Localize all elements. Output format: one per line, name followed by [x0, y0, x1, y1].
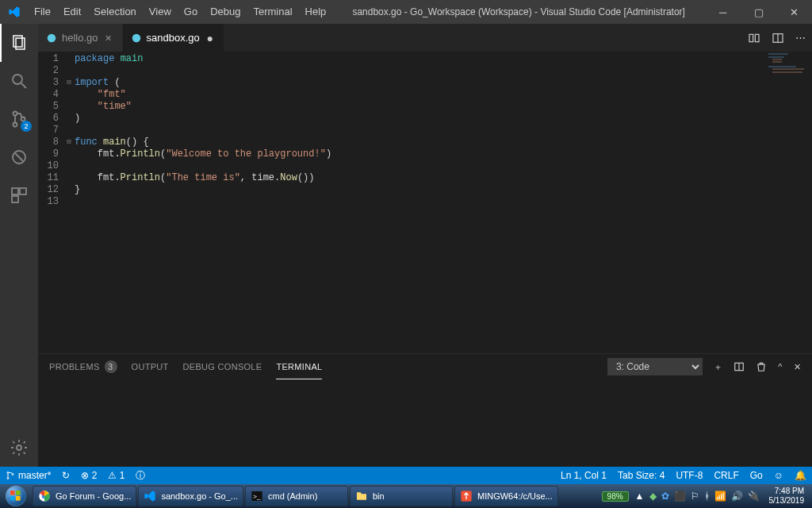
tab-dirty-icon[interactable]: ●	[205, 33, 216, 44]
menu-file[interactable]: File	[28, 0, 57, 24]
more-actions-icon[interactable]: ⋯	[795, 32, 806, 44]
editor-tab[interactable]: hello.go×	[38, 24, 123, 52]
search-icon[interactable]	[0, 62, 38, 100]
code-line[interactable]: "fmt"	[75, 89, 812, 101]
tray-icons[interactable]: ▲ ◆ ✿ ⬛ ⚐ ᚼ 📶 🔊 🔌	[635, 491, 760, 502]
tray-icon[interactable]: ▲	[635, 491, 645, 502]
scm-badge: 2	[21, 121, 32, 132]
encoding[interactable]: UTF-8	[670, 467, 708, 484]
menu-help[interactable]: Help	[299, 0, 333, 24]
debug-icon[interactable]	[0, 138, 38, 176]
taskbar-clock[interactable]: 7:48 PM 5/13/2019	[766, 487, 808, 506]
taskbar-app[interactable]: sandbox.go - Go_...	[138, 486, 243, 506]
code-line[interactable]: import (	[75, 77, 812, 89]
settings-gear-icon[interactable]	[0, 429, 38, 467]
svg-rect-15	[749, 34, 753, 41]
code-line[interactable]: fmt.Println("The time is", time.Now())	[75, 172, 812, 184]
eol[interactable]: CRLF	[708, 467, 744, 484]
battery-indicator[interactable]: 98%	[602, 491, 629, 502]
code-line[interactable]: func main() {	[75, 137, 812, 148]
terminal-selector[interactable]: 3: Code	[607, 358, 703, 375]
tab-close-icon[interactable]: ×	[103, 33, 114, 44]
split-editor-icon[interactable]	[772, 32, 784, 44]
errors-count[interactable]: ⊗ 2	[75, 467, 102, 484]
svg-line-3	[21, 83, 26, 88]
feedback-icon[interactable]: ☺	[768, 467, 789, 484]
volume-icon[interactable]: 🔊	[731, 491, 743, 502]
svg-rect-11	[12, 196, 18, 202]
minimize-button[interactable]: ─	[705, 0, 741, 24]
taskbar-app[interactable]: MINGW64:/c/Use...	[454, 486, 558, 506]
info-icon[interactable]: ⓘ	[130, 467, 151, 484]
maximize-button[interactable]: ▢	[741, 0, 776, 24]
sync-button[interactable]: ↻	[56, 467, 75, 484]
vscode-icon	[144, 490, 156, 502]
code-line[interactable]	[75, 160, 812, 172]
go-file-icon	[131, 33, 142, 44]
compare-icon[interactable]	[748, 32, 760, 44]
close-button[interactable]: ✕	[776, 0, 812, 24]
menu-edit[interactable]: Edit	[57, 0, 87, 24]
taskbar-app[interactable]: bin	[350, 486, 453, 506]
close-panel-icon[interactable]: ✕	[794, 362, 801, 372]
panel-tab-debug-console[interactable]: DEBUG CONSOLE	[183, 354, 262, 379]
panel-tab-output[interactable]: OUTPUT	[132, 354, 169, 379]
terminal-content[interactable]	[38, 379, 812, 467]
tray-icon[interactable]: ◆	[649, 491, 657, 502]
maximize-panel-icon[interactable]: ^	[778, 362, 782, 371]
cursor-position[interactable]: Ln 1, Col 1	[555, 467, 612, 484]
panel-tab-terminal[interactable]: TERMINAL	[276, 354, 322, 379]
editor-tab[interactable]: sandbox.go●	[123, 24, 224, 52]
code-line[interactable]: )	[75, 113, 812, 125]
warnings-count[interactable]: ⚠ 1	[102, 467, 130, 484]
start-button[interactable]	[0, 484, 32, 508]
menu-go[interactable]: Go	[178, 0, 204, 24]
fold-marker[interactable]: ⊟	[63, 77, 75, 89]
code-line[interactable]: fmt.Println("Welcome to the playground!"…	[75, 148, 812, 160]
fold-marker	[63, 89, 75, 101]
extensions-icon[interactable]	[0, 176, 38, 214]
git-branch[interactable]: master*	[0, 467, 56, 484]
taskbar-app[interactable]: Go Forum - Goog...	[33, 486, 136, 506]
kill-terminal-icon[interactable]	[756, 361, 767, 372]
menu-selection[interactable]: Selection	[87, 0, 142, 24]
power-icon[interactable]: 🔌	[748, 491, 760, 502]
editor-body[interactable]: 12345678910111213 ⊟⊟ package mainimport …	[38, 52, 812, 353]
scm-icon[interactable]: 2	[0, 100, 38, 138]
minimap[interactable]	[764, 52, 812, 75]
explorer-icon[interactable]	[0, 24, 38, 62]
bluetooth-icon[interactable]: ᚼ	[704, 491, 710, 502]
code-line[interactable]	[75, 65, 812, 77]
tab-size[interactable]: Tab Size: 4	[612, 467, 670, 484]
language-mode[interactable]: Go	[745, 467, 768, 484]
tray-icon[interactable]: ⬛	[674, 491, 686, 502]
svg-rect-21	[772, 59, 782, 60]
menu-terminal[interactable]: Terminal	[247, 0, 298, 24]
code-line[interactable]: }	[75, 184, 812, 196]
network-icon[interactable]: 📶	[714, 491, 726, 502]
status-bar: master* ↻ ⊗ 2 ⚠ 1 ⓘ Ln 1, Col 1 Tab Size…	[0, 467, 812, 484]
svg-rect-16	[755, 34, 759, 41]
tab-label: sandbox.go	[147, 32, 200, 44]
editor-actions: ⋯	[748, 24, 812, 52]
menu-view[interactable]: View	[143, 0, 178, 24]
taskbar-app[interactable]: >_cmd (Admin)	[245, 486, 348, 506]
line-number: 6	[38, 113, 63, 125]
fold-marker[interactable]: ⊟	[63, 137, 75, 148]
svg-rect-34	[16, 496, 21, 501]
tray-icon[interactable]: ⚐	[691, 491, 699, 502]
svg-point-14	[132, 33, 140, 42]
code-content[interactable]: package mainimport ( "fmt" "time")func m…	[75, 52, 812, 353]
code-line[interactable]: package main	[75, 53, 812, 65]
split-terminal-icon[interactable]	[733, 361, 745, 372]
tray-icon[interactable]: ✿	[661, 491, 669, 502]
panel-tab-problems[interactable]: PROBLEMS3	[49, 354, 117, 379]
menu-debug[interactable]: Debug	[204, 0, 247, 24]
code-line[interactable]	[75, 125, 812, 137]
notifications-icon[interactable]: 🔔	[789, 467, 812, 484]
code-line[interactable]: "time"	[75, 101, 812, 113]
fold-marker	[63, 148, 75, 160]
svg-point-28	[7, 472, 9, 474]
new-terminal-icon[interactable]: ＋	[714, 361, 722, 373]
code-line[interactable]	[75, 196, 812, 208]
